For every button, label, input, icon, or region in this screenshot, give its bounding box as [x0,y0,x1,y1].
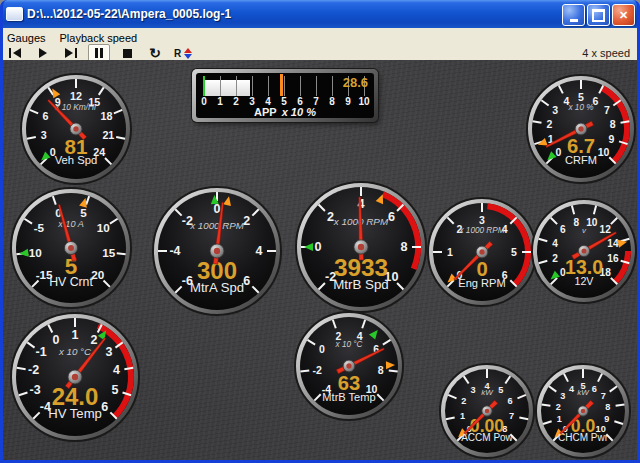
svg-text:10: 10 [97,221,111,234]
app-tick-label: 5 [281,96,287,107]
gauge-veh-spd: 03691215182124x 10 Km/Hr81Veh Spd [16,69,136,189]
svg-text:16: 16 [607,253,619,264]
svg-text:CRFM: CRFM [565,154,597,166]
app-tick [268,76,269,96]
gauge-hv-temp: -4-3-2-10123456x 10 °C24.0HV Temp [6,308,144,446]
minimize-button[interactable] [562,4,585,26]
svg-text:x 10 °C: x 10 °C [335,340,363,349]
svg-text:2: 2 [243,214,250,228]
svg-text:5: 5 [578,91,584,103]
app-tick-label: 2 [233,96,239,107]
app-tick-label: 4 [265,96,271,107]
svg-text:Veh Spd: Veh Spd [55,154,98,166]
svg-text:12: 12 [600,224,612,235]
gauge-chcm-pwr: 012345678910kW0.0CHCM Pwr [531,359,635,460]
svg-text:0: 0 [319,343,325,355]
app-value: 28.6 [343,75,368,90]
close-icon: ✕ [619,9,628,22]
svg-text:-3: -3 [30,383,41,397]
svg-text:2: 2 [552,253,558,264]
svg-text:0: 0 [214,202,221,216]
go-to-end-icon [65,48,73,58]
svg-text:9: 9 [609,133,615,145]
app-tick [220,76,221,96]
svg-text:-1: -1 [35,345,46,359]
app-min-marker [203,76,205,96]
gauge-dashboard: 28.6 APPx 10 % 012345678910 036912151821… [3,60,637,460]
svg-text:x 1000 RPM: x 1000 RPM [189,220,244,231]
svg-text:4: 4 [256,244,263,258]
gauge-mtrb-temp: -4-20246810x 10 °C63MtrB Temp [290,307,408,425]
svg-text:3: 3 [471,385,476,395]
svg-text:5: 5 [511,246,517,258]
svg-text:Eng RPM: Eng RPM [458,277,505,289]
gauge-hv-crnt: -15-10-505101520x 10 A5HV Crnt [6,183,136,313]
app-tick-label: 10 [358,96,369,107]
svg-text:1: 1 [460,411,465,421]
app-label: APPx 10 % [196,106,374,118]
svg-text:8: 8 [378,364,384,376]
svg-text:10: 10 [598,146,610,158]
gauge-crfm: 012345678910x 10 %6.7CRFM [522,70,637,188]
svg-text:2: 2 [546,118,552,130]
svg-text:CHCM Pwr: CHCM Pwr [558,432,609,443]
gauge-eng-rpm: 0123456x 1000 RPM0Eng RPM [423,193,541,311]
svg-text:-5: -5 [34,221,45,234]
svg-text:12V: 12V [575,275,595,287]
reset-peaks-icon: R [174,48,181,59]
app-tick-label: 8 [329,96,335,107]
svg-text:-2: -2 [28,363,39,377]
gauge-accm-pow: 012345678kW0.00ACCM Pow [435,359,539,460]
playback-speed-label: 4 x speed [582,47,630,59]
svg-text:3: 3 [552,104,558,116]
app-tick-label: 6 [297,96,303,107]
svg-text:2: 2 [461,396,466,406]
svg-text:3: 3 [41,129,47,141]
svg-text:3: 3 [479,214,485,226]
svg-text:2: 2 [91,333,98,347]
svg-text:2: 2 [556,402,561,412]
svg-text:-4: -4 [169,244,180,258]
app-tick-label: 3 [249,96,255,107]
app-tick [252,76,253,96]
svg-text:7: 7 [601,391,606,401]
svg-text:1: 1 [72,328,79,342]
svg-text:9: 9 [604,414,609,424]
svg-text:10: 10 [586,217,598,228]
svg-text:21: 21 [102,129,114,141]
svg-text:MtrB Temp: MtrB Temp [322,391,375,403]
go-to-start-icon [9,48,11,58]
loop-icon: ↻ [149,46,161,60]
app-tick [316,76,317,96]
svg-text:4: 4 [113,363,120,377]
toolbar: ↻ R 4 x speed [0,47,640,60]
svg-text:1: 1 [557,414,562,424]
svg-text:14: 14 [607,238,619,249]
app-icon [6,7,23,21]
svg-text:4: 4 [552,238,558,249]
app-bar-fill [204,80,250,96]
close-button[interactable]: ✕ [612,4,635,26]
svg-text:0: 0 [555,146,561,158]
title-bar[interactable]: D:\...\2012-05-22\Ampera_0005.log-1 ✕ [0,0,640,28]
minimize-icon [570,19,578,22]
gauge-mtrb-spd: -20246810x 1000 RPM3933MtrB Spd [291,177,431,317]
svg-text:x 10 %: x 10 % [567,103,593,112]
maximize-button[interactable] [587,4,610,26]
svg-text:x 10 A: x 10 A [57,219,84,229]
svg-text:ACCM Pow: ACCM Pow [461,432,513,443]
app-tick-label: 9 [345,96,351,107]
maximize-icon [592,9,605,22]
svg-text:6: 6 [508,396,513,406]
play-icon [39,48,47,58]
gauge-mtra-spd: -6-4-20246x 1000 RPM300MtrA Spd [148,182,286,320]
svg-text:-2: -2 [313,364,323,376]
svg-text:8: 8 [573,217,579,228]
svg-text:6: 6 [243,274,250,288]
svg-text:8: 8 [400,240,407,254]
app-tick [236,76,237,96]
svg-text:7: 7 [509,411,514,421]
svg-text:x 1000 RPM: x 1000 RPM [458,226,504,235]
stop-icon [123,49,132,58]
svg-text:15: 15 [102,246,116,259]
